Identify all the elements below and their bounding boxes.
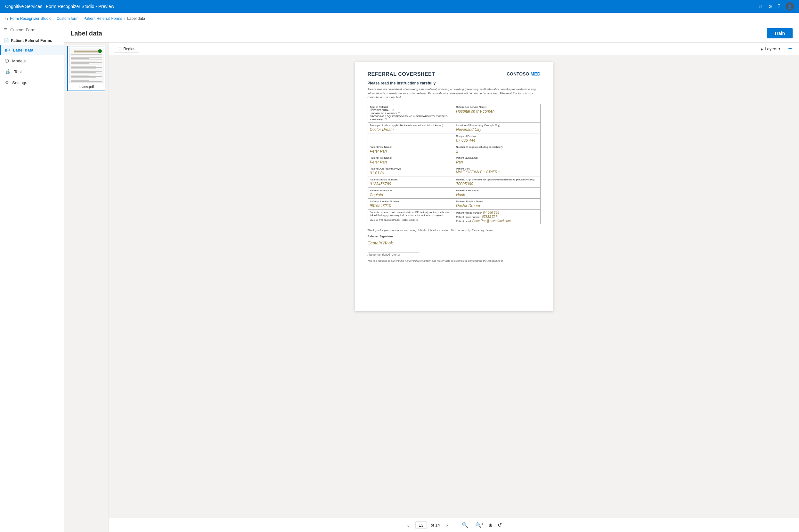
doc-disclaimer: This is a fictitious document; it is not…	[368, 260, 541, 262]
document-thumbnail[interactable]: scans.pdf	[67, 46, 105, 91]
sidebar-item-test[interactable]: 🔬 Test	[0, 66, 64, 77]
home-label: Patient home number:	[456, 215, 481, 218]
page-number-input[interactable]	[415, 521, 427, 529]
next-page-button[interactable]: ›	[444, 521, 451, 529]
viewer-area: ⬚ Region ⬧ Layers ▾ +	[109, 42, 799, 532]
doc-line	[71, 77, 96, 78]
instruction-text: Please use this coversheet when faxing a…	[368, 87, 541, 99]
doc-footer: Thank you for your cooperation in ensuri…	[368, 229, 541, 262]
help-icon[interactable]: ?	[778, 3, 780, 9]
doc-line	[71, 82, 96, 83]
sidebar-item-models[interactable]: ⬡ Models	[0, 55, 64, 66]
table-row: Referrer Provider Number: 9876543210 Ref…	[368, 198, 540, 209]
train-button[interactable]: Train	[767, 28, 793, 38]
breadcrumb-current: Label data	[127, 16, 145, 21]
cooperation-text: Thank you for your cooperation in ensuri…	[368, 229, 541, 232]
breadcrumb-form-recognizer[interactable]: Form Recognizer Studio	[10, 16, 51, 21]
layers-button[interactable]: ⬧ Layers ▾	[758, 45, 783, 53]
of-label: of	[431, 523, 434, 528]
table-row: Patient Medical Number: 0123456789 Refer…	[368, 176, 540, 188]
recipient-value: Doctor Dream	[370, 127, 452, 132]
referrer-first-label: Referrer First Name:	[370, 189, 452, 192]
referrer-first-cell: Referrer First Name: Captain	[368, 188, 454, 198]
doc-line	[71, 57, 102, 58]
signature-subtitle: Above-mentioned referrer	[368, 253, 541, 256]
sidebar-collapse[interactable]: ☰ Custom Form	[0, 24, 64, 36]
page-title: Label data	[70, 30, 102, 37]
doc-line	[71, 66, 96, 66]
patient-medical-value: 0123456789	[370, 182, 452, 186]
region-button[interactable]: ⬚ Region	[114, 45, 139, 53]
breadcrumb-patient-referral[interactable]: Patient Referral Forms	[84, 16, 122, 21]
doc-line	[71, 70, 89, 70]
doc-header: REFERRAL COVERSHEET CONTOSO MED	[368, 71, 541, 77]
update-checkbox: □	[398, 112, 400, 115]
sidebar-settings-label: Settings	[12, 80, 27, 85]
topbar: Cognitive Services | Form Recognizer Stu…	[0, 0, 799, 13]
referrer-last-value: Hook	[456, 193, 538, 197]
content-header: Label data Train	[64, 24, 799, 42]
doc-line	[71, 69, 96, 69]
smiley-icon[interactable]: ☺	[758, 3, 763, 9]
doc-line	[71, 80, 89, 81]
patient-medical-label: Patient Medical Number:	[370, 178, 452, 181]
signature-value: Captain Hook	[368, 241, 541, 246]
zoom-controls: 🔍− 🔍+ ⊕ ↺	[460, 521, 503, 529]
breadcrumb-sep-3: ›	[124, 17, 125, 20]
patient-last-cell: Patient Last Name: Pan	[454, 155, 541, 166]
signature-block: Captain Hook Above-mentioned referrer	[368, 241, 541, 256]
providing-checkbox: □	[385, 118, 386, 121]
sidebar-item-label-data[interactable]: 🏷 Label data	[0, 45, 64, 55]
referrer-provider-value: 9876543210	[370, 204, 452, 208]
patient-medical-cell: Patient Medical Number: 0123456789	[368, 176, 454, 188]
home-row: Patient home number: 07333 727	[456, 215, 538, 218]
doc-title: REFERRAL COVERSHEET	[368, 71, 435, 77]
recipient-fax-right-cell: Recipient Fax No: 07 666 444	[454, 133, 541, 144]
table-row: Recipient Fax No: 07 666 444	[368, 133, 540, 144]
fit-page-button[interactable]: ⊕	[487, 521, 494, 529]
update-existing-label: UPDATE TO EXISTING:	[370, 112, 398, 115]
main-layout: ☰ Custom Form 📄 Patient Referral Forms 🏷…	[0, 24, 799, 532]
doc-line	[71, 79, 102, 79]
sidebar-item-settings[interactable]: ⚙ Settings	[0, 77, 64, 88]
recipient-label: To/recipient (where applicable include n…	[370, 124, 452, 127]
settings-nav-icon: ⚙	[5, 80, 9, 86]
doc-line	[71, 63, 89, 64]
add-button[interactable]: +	[786, 44, 794, 53]
rotate-button[interactable]: ↺	[496, 521, 503, 529]
breadcrumb-custom-form[interactable]: Custom form	[56, 16, 78, 21]
region-icon: ⬚	[117, 46, 121, 51]
total-pages: 14	[435, 523, 440, 528]
toolbar: ⬚ Region ⬧ Layers ▾ +	[109, 42, 799, 55]
patient-last-left-cell: Patient First Name: Peter Pan	[368, 155, 454, 166]
user-icon[interactable]: 👤	[785, 2, 794, 11]
breadcrumb-collapse-icon[interactable]: ‹‹	[5, 16, 8, 21]
patient-first-value2: Peter Pan	[370, 160, 452, 165]
recipient-cell: To/recipient (where applicable include n…	[368, 122, 454, 133]
doc-line	[71, 56, 96, 56]
thumbnail-filename: scans.pdf	[69, 84, 104, 89]
breadcrumb-sep-2: ›	[80, 17, 81, 20]
thumbnail-doc-preview	[70, 48, 103, 83]
contact-label: Patients preferred and consented (from G…	[370, 211, 452, 216]
prev-page-button[interactable]: ‹	[405, 521, 412, 529]
patient-dob-cell: Patient DOB (dd/mm/yyyy): 01.01.01	[368, 166, 454, 176]
contact-options: SMS ☑ Phone/voicemail □ Post □ Email □	[370, 218, 452, 221]
pages-value: 2	[456, 149, 538, 154]
patient-last-label: Patient Last Name:	[456, 156, 538, 159]
chevron-down-icon: ▾	[779, 47, 780, 51]
content-area: Label data Train	[64, 24, 799, 532]
pagination-bar: ‹ of 14 › 🔍− 🔍+ ⊕ ↺	[109, 518, 799, 532]
type-of-referral-label: Type of Referral	[370, 106, 452, 109]
sidebar: ☰ Custom Form 📄 Patient Referral Forms 🏷…	[0, 24, 64, 532]
layers-label: Layers	[765, 46, 777, 51]
referral-form-table: Type of Referral NEW REFERRAL: ☑ UPDATE …	[368, 104, 541, 224]
pages-label: Number of pages (excluding coversheet):	[456, 146, 538, 148]
referrer-first-value: Captain	[370, 193, 452, 197]
settings-icon[interactable]: ⚙	[768, 3, 773, 10]
patient-sex-label: Patient Sex:	[456, 167, 538, 170]
zoom-in-button[interactable]: 🔍+	[474, 521, 485, 529]
contact-method-cell: Patients preferred and consented (from G…	[368, 209, 454, 224]
table-row: Patients preferred and consented (from G…	[368, 209, 540, 224]
zoom-out-button[interactable]: 🔍−	[460, 521, 471, 529]
